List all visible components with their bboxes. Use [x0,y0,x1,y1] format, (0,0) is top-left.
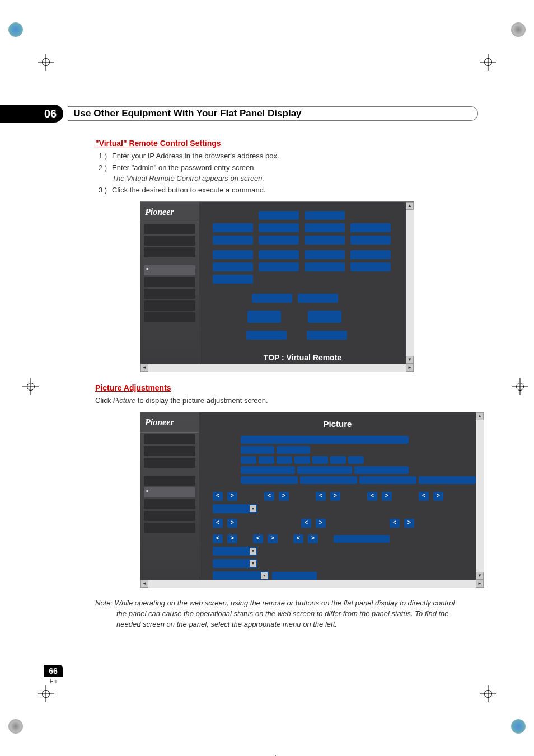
picture-button[interactable] [259,456,274,464]
picture-button[interactable] [241,476,298,484]
remote-button[interactable] [305,236,345,245]
remote-button[interactable] [305,223,345,232]
picture-bar[interactable] [241,436,409,444]
sidebar-item[interactable] [144,523,195,533]
increase-button[interactable]: > [330,492,340,501]
picture-dropdown[interactable]: ▾ [213,547,257,556]
picture-slider[interactable]: <> [264,492,308,501]
remote-button[interactable] [305,211,345,220]
remote-button[interactable] [259,262,299,271]
picture-button[interactable] [277,446,310,454]
decrease-button[interactable]: < [213,492,223,501]
sidebar-item[interactable] [144,499,195,509]
decrease-button[interactable]: < [264,492,274,501]
picture-slider[interactable]: <> [390,519,462,528]
remote-button[interactable] [350,262,391,271]
picture-button[interactable] [348,456,364,464]
sidebar-item-active[interactable] [144,265,195,275]
remote-button[interactable] [213,250,253,259]
remote-button[interactable] [259,250,299,259]
increase-button[interactable]: > [227,492,237,501]
picture-button[interactable] [241,466,295,474]
sidebar-item[interactable] [144,476,195,486]
decrease-button[interactable]: < [367,492,377,501]
sidebar-item[interactable] [144,434,195,444]
remote-button[interactable] [247,311,281,323]
picture-button[interactable] [241,456,256,464]
sidebar-item[interactable] [144,458,195,468]
sidebar-item[interactable] [144,247,195,257]
vertical-scrollbar[interactable] [476,420,484,580]
remote-button[interactable] [259,236,299,245]
remote-button[interactable] [305,250,345,259]
picture-button[interactable] [272,572,317,580]
sidebar-item[interactable] [144,511,195,521]
scroll-down-arrow-icon[interactable]: ▼ [476,572,484,580]
decrease-button[interactable]: < [390,519,400,528]
scrollbar-track[interactable] [148,364,406,372]
remote-button[interactable] [350,223,391,232]
increase-button[interactable]: > [308,534,318,543]
picture-button[interactable] [300,476,357,484]
scroll-right-arrow-icon[interactable]: ► [476,580,484,588]
scroll-right-arrow-icon[interactable]: ► [406,364,414,372]
remote-button[interactable] [308,311,341,323]
picture-button[interactable] [294,456,310,464]
scrollbar-track[interactable] [148,580,476,588]
picture-slider[interactable]: <> [367,492,411,501]
vertical-scrollbar[interactable] [406,210,414,364]
picture-slider[interactable]: <> [213,519,285,528]
remote-button[interactable] [213,236,253,245]
scroll-left-arrow-icon[interactable]: ◄ [140,580,148,588]
remote-button[interactable] [213,275,253,284]
picture-slider[interactable]: <> [253,534,278,543]
picture-button[interactable] [330,456,346,464]
remote-button[interactable] [307,331,347,340]
decrease-button[interactable]: < [253,534,263,543]
remote-button[interactable] [259,223,299,232]
sidebar-item[interactable] [144,312,195,322]
increase-button[interactable]: > [382,492,392,501]
remote-button[interactable] [350,236,391,245]
increase-button[interactable]: > [227,534,237,543]
increase-button[interactable]: > [316,519,326,528]
picture-dropdown[interactable]: ▾ [213,504,257,513]
decrease-button[interactable]: < [316,492,326,501]
sidebar-item-active[interactable] [144,487,195,497]
picture-slider[interactable]: <> [419,492,462,501]
remote-button[interactable] [350,250,391,259]
picture-button[interactable] [359,476,416,484]
remote-button[interactable] [213,223,253,232]
increase-button[interactable]: > [279,492,289,501]
picture-button[interactable] [241,446,274,454]
picture-button[interactable] [419,476,476,484]
increase-button[interactable]: > [433,492,443,501]
horizontal-scrollbar[interactable]: ◄ ► [140,580,484,588]
sidebar-item[interactable] [144,289,195,299]
scroll-up-arrow-icon[interactable]: ▲ [476,412,484,420]
increase-button[interactable]: > [227,519,237,528]
remote-button[interactable] [298,294,338,303]
picture-button[interactable] [297,466,352,474]
decrease-button[interactable]: < [293,534,303,543]
remote-button[interactable] [259,211,299,220]
sidebar-item[interactable] [144,446,195,456]
remote-button[interactable] [213,262,253,271]
remote-button[interactable] [252,294,292,303]
picture-slider[interactable]: <> [213,492,256,501]
picture-button[interactable] [277,456,292,464]
picture-button[interactable] [312,456,328,464]
increase-button[interactable]: > [268,534,278,543]
sidebar-item[interactable] [144,224,195,234]
picture-dropdown[interactable]: ▾ [213,559,257,568]
picture-dropdown[interactable]: ▾ [213,571,269,580]
picture-button[interactable] [354,466,409,474]
picture-slider[interactable]: <> [301,519,374,528]
remote-button[interactable] [246,331,287,340]
sidebar-item[interactable] [144,236,195,246]
increase-button[interactable]: > [404,519,414,528]
picture-slider[interactable]: <> [316,492,359,501]
decrease-button[interactable]: < [419,492,429,501]
scroll-down-arrow-icon[interactable]: ▼ [406,356,414,364]
sidebar-item[interactable] [144,277,195,287]
